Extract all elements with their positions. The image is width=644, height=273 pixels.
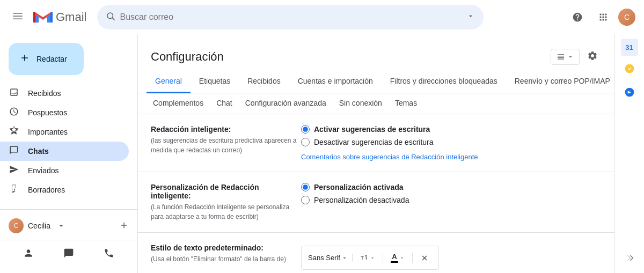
inbox-icon [9, 87, 19, 100]
clear-format-button[interactable] [417, 252, 432, 264]
settings-content: Redacción inteligente: (las sugerencias … [138, 114, 614, 273]
user-section[interactable]: C Cecilia [0, 214, 137, 238]
font-color-button[interactable]: A [387, 250, 408, 265]
tab-cuentas[interactable]: Cuentas e importación [289, 70, 382, 93]
meet-icon-right[interactable] [619, 82, 640, 103]
sent-icon [9, 165, 19, 177]
chat-icon [9, 145, 19, 158]
smart-compose-deactivate-radio[interactable] [301, 138, 310, 146]
sidebar: Redactar Recibidos Pospuestos Importante… [0, 34, 137, 273]
topbar-right: C [567, 6, 635, 28]
settings-gear-button[interactable] [584, 47, 601, 66]
text-style-options: Sans Serif T A [301, 244, 601, 273]
tasks-icon-right[interactable] [619, 58, 640, 79]
personalization-on-option[interactable]: Personalización activada [301, 183, 601, 191]
settings-header: Configuración [138, 34, 614, 66]
settings-header-icons [551, 47, 601, 66]
search-bar [97, 5, 484, 29]
personalization-options: Personalización activada Personalización… [301, 183, 601, 204]
svg-text:T: T [361, 255, 364, 260]
svg-rect-3 [33, 12, 35, 23]
search-dropdown-icon[interactable] [466, 12, 475, 23]
feedback-link[interactable]: Comentarios sobre sugerencias de Redacci… [301, 153, 601, 161]
compose-label: Redactar [36, 55, 67, 63]
smart-compose-activate-option[interactable]: Activar sugerencias de escritura [301, 125, 601, 134]
sidebar-item-recibidos[interactable]: Recibidos [0, 84, 129, 103]
draft-icon [9, 184, 19, 196]
svg-rect-1 [13, 16, 23, 17]
subtab-sin-conexion[interactable]: Sin conexión [333, 93, 389, 114]
sidebar-item-importantes-label: Importantes [28, 128, 68, 136]
font-name: Sans Serif [308, 254, 340, 262]
smart-compose-options: Activar sugerencias de escritura Desacti… [301, 125, 601, 161]
tab-reenvio[interactable]: Reenvío y correo POP/IMAP [506, 70, 614, 93]
sidebar-item-pospuestos-label: Pospuestos [28, 108, 67, 117]
smart-compose-deactivate-option[interactable]: Desactivar sugerencias de escritura [301, 138, 601, 146]
smart-compose-label: Redacción inteligente: (las sugerencias … [151, 125, 301, 155]
search-input[interactable] [120, 12, 462, 22]
starred-icon [9, 126, 19, 138]
tab-etiquetas[interactable]: Etiquetas [191, 70, 239, 93]
compose-plus-icon [19, 51, 30, 67]
gmail-logo: Gmail [33, 10, 86, 25]
chat-sidebar-icon[interactable] [60, 245, 77, 264]
svg-rect-0 [13, 13, 23, 14]
subtab-temas[interactable]: Temas [389, 93, 423, 114]
personalization-off-radio[interactable] [301, 196, 310, 204]
personalization-label: Personalización de Redacción inteligente… [151, 183, 301, 222]
toolbar-divider-2 [412, 253, 413, 263]
smart-compose-activate-label: Activar sugerencias de escritura [314, 125, 430, 134]
sidebar-item-recibidos-label: Recibidos [28, 89, 61, 98]
subtab-chat[interactable]: Chat [210, 93, 239, 114]
user-avatar[interactable]: C [618, 9, 635, 26]
right-panel: 31 [614, 34, 644, 273]
sidebar-item-enviados[interactable]: Enviados [0, 161, 129, 180]
snoozed-icon [9, 107, 19, 119]
text-style-row: Estilo de texto predeterminado: (Usa el … [138, 233, 614, 273]
compose-button[interactable]: Redactar [9, 43, 84, 75]
smart-compose-activate-radio[interactable] [301, 125, 310, 134]
personalization-off-option[interactable]: Personalización desactivada [301, 196, 601, 204]
svg-rect-2 [13, 18, 23, 19]
help-button[interactable] [567, 6, 588, 28]
add-account-button[interactable] [119, 220, 129, 232]
sidebar-item-borradores[interactable]: Borradores [0, 180, 129, 200]
sidebar-item-borradores-label: Borradores [28, 186, 65, 194]
tab-general[interactable]: General [147, 70, 191, 93]
expand-right-icon[interactable] [619, 247, 640, 269]
sidebar-item-chats-label: Chats [28, 147, 49, 156]
text-style-subtext: (Usa el botón "Eliminar formato" de la b… [151, 254, 301, 264]
sidebar-bottom-icons [0, 240, 137, 269]
tab-recibidos[interactable]: Recibidos [239, 70, 289, 93]
smart-compose-row: Redacción inteligente: (las sugerencias … [138, 114, 614, 172]
phone-icon[interactable] [100, 245, 118, 264]
calendar-icon-right[interactable]: 31 [621, 39, 638, 56]
subtab-complementos[interactable]: Complementos [147, 93, 210, 114]
menu-icon[interactable] [9, 7, 27, 28]
sidebar-item-chats[interactable]: Chats [0, 142, 129, 161]
content-area: Configuración General Etiquetas Recibido… [137, 34, 614, 273]
main-layout: Redactar Recibidos Pospuestos Importante… [0, 34, 644, 273]
personalization-subtext: (La función Redacción inteligente se per… [151, 202, 301, 222]
smart-compose-deactivate-label: Desactivar sugerencias de escritura [314, 138, 434, 146]
apps-button[interactable] [592, 6, 614, 28]
sidebar-user-name: Cecilia [28, 222, 50, 230]
contacts-icon[interactable] [20, 245, 37, 264]
topbar: Gmail C [0, 0, 644, 34]
personalization-off-label: Personalización desactivada [314, 196, 409, 204]
svg-rect-4 [50, 12, 53, 23]
user-dropdown-icon [57, 222, 65, 230]
tab-filtros[interactable]: Filtros y direcciones bloqueadas [382, 70, 506, 93]
personalization-on-radio[interactable] [301, 183, 310, 191]
font-selector[interactable]: Sans Serif [308, 254, 353, 262]
density-button[interactable] [551, 49, 580, 65]
personalization-on-label: Personalización activada [314, 183, 404, 191]
subtab-configuracion-avanzada[interactable]: Configuración avanzada [239, 93, 333, 114]
search-icon [106, 11, 115, 24]
sidebar-user-avatar: C [9, 218, 24, 233]
sidebar-item-pospuestos[interactable]: Pospuestos [0, 103, 129, 122]
text-style-label: Estilo de texto predeterminado: (Usa el … [151, 244, 301, 264]
settings-subtabs: Complementos Chat Configuración avanzada… [138, 93, 614, 114]
font-size-button[interactable]: T [357, 252, 378, 264]
sidebar-item-importantes[interactable]: Importantes [0, 122, 129, 142]
